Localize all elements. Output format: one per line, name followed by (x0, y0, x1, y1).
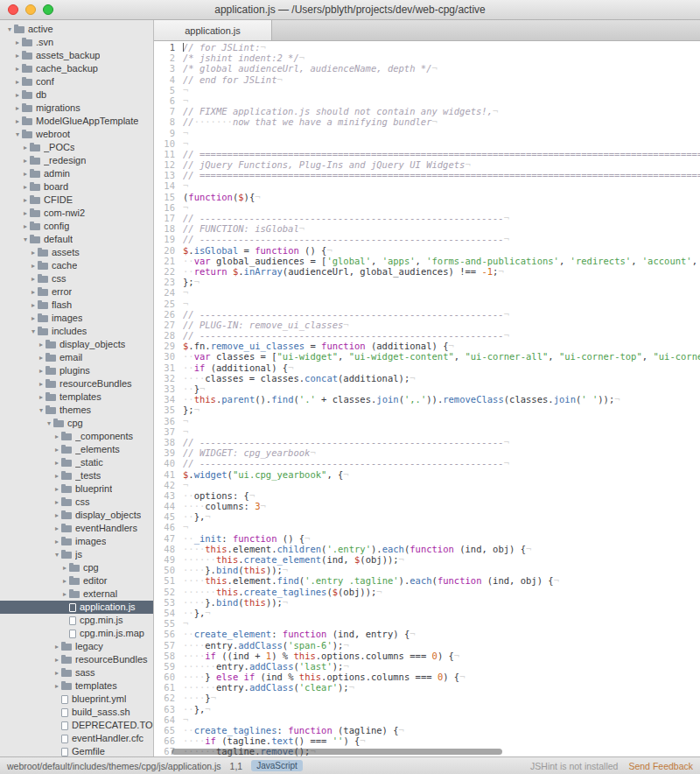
code-line-18[interactable]: // FUNCTION: isGlobal¬ (183, 223, 700, 234)
disclosure-triangle-icon[interactable]: ▸ (13, 62, 22, 75)
tree-item-config[interactable]: ▸config (0, 220, 153, 233)
disclosure-triangle-icon[interactable]: ▸ (21, 207, 30, 220)
code-line-17[interactable]: // -------------------------------------… (183, 213, 700, 223)
code-line-15[interactable]: (function($){¬ (183, 192, 700, 202)
tree-item-blueprint.yml[interactable]: blueprint.yml (0, 693, 153, 706)
tree-item-cache_backup[interactable]: ▸cache_backup (0, 62, 153, 75)
disclosure-triangle-icon[interactable]: ▾ (21, 233, 30, 246)
grammar-selector[interactable]: JavaScript (251, 760, 303, 771)
code-line-35[interactable]: };¬ (183, 405, 700, 415)
disclosure-triangle-icon[interactable]: ▸ (52, 430, 61, 443)
code-line-57[interactable]: ····entry.addClass('span-6');¬ (183, 640, 700, 651)
disclosure-triangle-icon[interactable]: ▸ (37, 338, 46, 351)
tree-item-assets_backup[interactable]: ▸assets_backup (0, 49, 153, 62)
tree-item-migrations[interactable]: ▸migrations (0, 102, 153, 115)
code-line-12[interactable]: // jQuery Functions, Plug-Ins and jQuery… (183, 159, 700, 170)
code-line-44[interactable]: ····columns: 3¬ (183, 501, 700, 511)
code-line-22[interactable]: ··return $.inArray(audienceUrl, global_a… (183, 266, 700, 277)
tree-item-legacy[interactable]: ▸legacy (0, 640, 153, 653)
code-line-66[interactable]: ····if (tagline.text() === '') {¬ (183, 735, 700, 746)
code-line-6[interactable]: ¬ (183, 95, 700, 106)
tree-item-plugins[interactable]: ▸plugins (0, 364, 153, 377)
disclosure-triangle-icon[interactable]: ▾ (45, 417, 53, 430)
disclosure-triangle-icon[interactable]: ▸ (37, 391, 46, 404)
code-line-30[interactable]: ··var classes = ["ui-widget", "ui-widget… (183, 351, 700, 362)
code-line-13[interactable]: // =====================================… (183, 170, 700, 180)
code-line-40[interactable]: // -------------------------------------… (183, 458, 700, 468)
disclosure-triangle-icon[interactable]: ▸ (13, 88, 22, 102)
disclosure-triangle-icon[interactable]: ▸ (21, 180, 30, 194)
code-line-16[interactable]: ¬ (183, 202, 700, 213)
tree-item-cpg.min.js[interactable]: cpg.min.js (0, 614, 153, 627)
tree-item-resourceBundles[interactable]: ▸resourceBundles (0, 653, 153, 666)
tree-item-includes[interactable]: ▾includes (0, 325, 153, 338)
code-line-63[interactable]: ··},¬ (183, 704, 700, 714)
code-line-50[interactable]: ····}.bind(this));¬ (183, 565, 700, 575)
disclosure-triangle-icon[interactable]: ▸ (52, 469, 61, 482)
disclosure-triangle-icon[interactable]: ▸ (52, 640, 61, 653)
horizontal-scrollbar[interactable] (172, 749, 502, 755)
code-line-1[interactable]: // for JSLint:¬ (183, 42, 700, 53)
minimize-button[interactable] (25, 4, 36, 15)
tree-item-assets[interactable]: ▸assets (0, 246, 153, 259)
code-line-38[interactable]: // -------------------------------------… (183, 437, 700, 447)
tree-item-build_sass.sh[interactable]: build_sass.sh (0, 706, 153, 719)
tree-item-_components[interactable]: ▸_components (0, 430, 153, 443)
disclosure-triangle-icon[interactable]: ▸ (13, 49, 22, 62)
code-line-27[interactable]: // PLUG-IN: remove_ui_classes¬ (183, 320, 700, 330)
code-line-33[interactable]: ··}¬ (183, 383, 700, 394)
disclosure-triangle-icon[interactable]: ▸ (13, 36, 22, 49)
disclosure-triangle-icon[interactable]: ▸ (29, 246, 38, 259)
code-line-31[interactable]: ··if (additional) {¬ (183, 362, 700, 373)
disclosure-triangle-icon[interactable]: ▾ (13, 128, 22, 141)
code-line-47[interactable]: ··_init: function () {¬ (183, 533, 700, 544)
tree-item-eventHandler.cfc[interactable]: eventHandler.cfc (0, 732, 153, 745)
tree-item-cpg[interactable]: ▸cpg (0, 561, 153, 574)
editor[interactable]: 1234567891011121314151617181920212223242… (154, 41, 700, 756)
tree-item-_POCs[interactable]: ▸_POCs (0, 141, 153, 154)
code-line-28[interactable]: // -------------------------------------… (183, 330, 700, 341)
tree-item-images[interactable]: ▸images (0, 535, 153, 548)
tree-item-ModelGlueAppTemplate[interactable]: ▸ModelGlueAppTemplate (0, 115, 153, 128)
tree-item-js[interactable]: ▾js (0, 548, 153, 561)
disclosure-triangle-icon[interactable]: ▸ (52, 443, 61, 456)
tree-item-blueprint[interactable]: ▸blueprint (0, 482, 153, 496)
code-line-65[interactable]: ··create_taglines: function (tagline) {¬ (183, 725, 700, 735)
disclosure-triangle-icon[interactable]: ▸ (29, 285, 38, 299)
code-line-32[interactable]: ····classes = classes.concat(additional)… (183, 373, 700, 383)
code-line-45[interactable]: ··},¬ (183, 511, 700, 522)
file-tree[interactable]: ▾active▸.svn▸assets_backup▸cache_backup▸… (0, 20, 154, 756)
disclosure-triangle-icon[interactable]: ▾ (52, 548, 61, 561)
tree-item-sass[interactable]: ▸sass (0, 666, 153, 679)
code-line-43[interactable]: ··options: {¬ (183, 490, 700, 501)
tree-item-db[interactable]: ▸db (0, 88, 153, 102)
code-line-26[interactable]: // -------------------------------------… (183, 309, 700, 320)
tree-item-cpg[interactable]: ▾cpg (0, 417, 153, 430)
tree-item-_elements[interactable]: ▸_elements (0, 443, 153, 456)
tree-item-.svn[interactable]: ▸.svn (0, 36, 153, 49)
code-pane[interactable]: // for JSLint:¬/* jshint indent:2 */¬/* … (183, 42, 700, 756)
code-line-5[interactable]: ¬ (183, 85, 700, 95)
tree-item-templates[interactable]: ▸templates (0, 679, 153, 693)
tree-item-editor[interactable]: ▸editor (0, 574, 153, 588)
disclosure-triangle-icon[interactable]: ▸ (29, 299, 38, 312)
tree-item-themes[interactable]: ▾themes (0, 404, 153, 417)
disclosure-triangle-icon[interactable]: ▸ (52, 679, 61, 693)
tree-item-DEPRECATED.TODO[interactable]: DEPRECATED.TODO (0, 719, 153, 732)
tree-item-conf[interactable]: ▸conf (0, 75, 153, 88)
code-line-23[interactable]: };¬ (183, 277, 700, 287)
code-line-61[interactable]: ······entry.addClass('clear');¬ (183, 682, 700, 693)
disclosure-triangle-icon[interactable]: ▸ (52, 456, 61, 469)
disclosure-triangle-icon[interactable]: ▸ (13, 75, 22, 88)
code-line-62[interactable]: ····}¬ (183, 693, 700, 703)
code-line-46[interactable]: ¬ (183, 522, 700, 532)
disclosure-triangle-icon[interactable]: ▸ (52, 509, 61, 522)
disclosure-triangle-icon[interactable]: ▾ (5, 23, 14, 36)
tree-item-webroot[interactable]: ▾webroot (0, 128, 153, 141)
tree-item-_static[interactable]: ▸_static (0, 456, 153, 469)
code-line-14[interactable]: ¬ (183, 180, 700, 191)
code-line-10[interactable]: ¬ (183, 138, 700, 149)
disclosure-triangle-icon[interactable]: ▸ (37, 364, 46, 377)
code-line-39[interactable]: // WIDGET: cpg_yearbook¬ (183, 447, 700, 458)
code-line-11[interactable]: // =====================================… (183, 149, 700, 159)
